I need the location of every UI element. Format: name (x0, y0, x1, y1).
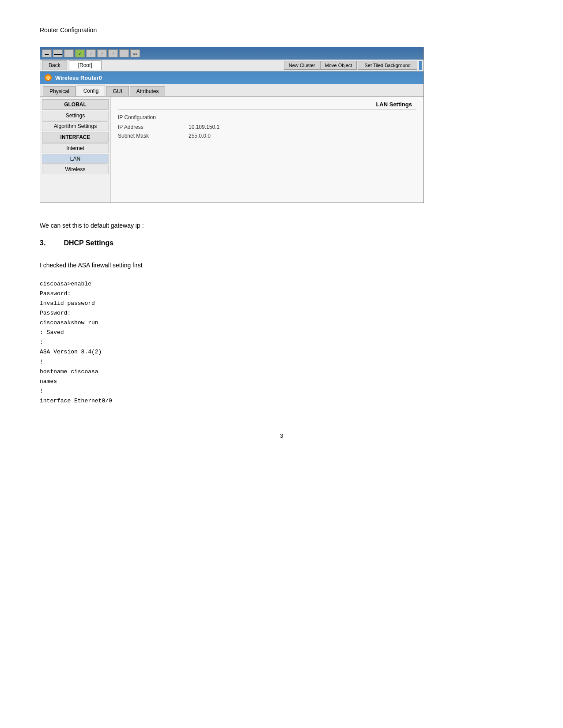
code-line: ASA Version 8.4(2) (40, 347, 523, 357)
subnet-mask-label: Subnet Mask (118, 133, 189, 139)
device-name: Wireless Router0 (55, 75, 102, 81)
toolbar-icons: ▬ ▬▬ ··· ✓ / / / ··· ≡≡ (42, 49, 140, 57)
tb-icon-dots: ··· (119, 49, 129, 57)
sidebar-wireless[interactable]: Wireless (42, 165, 109, 174)
tabs-bar: Physical Config GUI Attributes (40, 84, 423, 97)
back-button[interactable]: Back (42, 60, 67, 70)
tb-icon-2: ▬▬ (53, 49, 63, 57)
ip-config-label: IP Configuration (118, 114, 416, 120)
ip-address-value: 10.109.150.1 (189, 124, 219, 130)
code-line: ciscoasa>enable (40, 279, 523, 289)
toolbar-bar: ▬ ▬▬ ··· ✓ / / / ··· ≡≡ (40, 47, 423, 60)
tab-config[interactable]: Config (77, 86, 106, 96)
set-tiled-bg-button[interactable]: Set Tiled Background (358, 61, 417, 70)
svg-point-1 (48, 79, 49, 80)
tab-attributes[interactable]: Attributes (130, 86, 166, 96)
sidebar-settings[interactable]: Settings (42, 111, 109, 120)
subnet-mask-row: Subnet Mask 255.0.0.0 (118, 133, 416, 139)
code-line: hostname ciscoasa (40, 367, 523, 377)
tb-icon-3: ··· (64, 49, 74, 57)
new-cluster-button[interactable]: New Cluster (284, 61, 320, 70)
code-block: ciscoasa>enablePassword:Invalid password… (40, 279, 523, 406)
subnet-mask-value: 255.0.0.0 (189, 133, 211, 139)
code-line: : Saved (40, 328, 523, 338)
ip-address-label: IP Address (118, 124, 189, 130)
body-text-1: We can set this to default gateway ip : (40, 221, 523, 230)
code-line: interface Ethernet0/0 (40, 396, 523, 406)
sidebar-lan[interactable]: LAN (42, 154, 109, 164)
main-content: GLOBAL Settings Algorithm Settings INTER… (40, 97, 423, 203)
tab-gui[interactable]: GUI (106, 86, 128, 96)
tb-icon-5: / (97, 49, 107, 57)
sidebar: GLOBAL Settings Algorithm Settings INTER… (40, 97, 111, 203)
page-title: Router Configuration (40, 26, 523, 34)
sidebar-internet[interactable]: Internet (42, 143, 109, 153)
page-number: 3 (40, 432, 523, 439)
code-line: names (40, 377, 523, 387)
sidebar-algorithm-settings[interactable]: Algorithm Settings (42, 121, 109, 131)
cluster-buttons: New Cluster Move Object Set Tiled Backgr… (284, 61, 422, 70)
code-line: : (40, 338, 523, 347)
code-line: ! (40, 357, 523, 367)
panel-title: LAN Settings (118, 101, 416, 110)
code-line: Password: (40, 308, 523, 318)
root-label: [Root] (69, 60, 102, 70)
section-3-title: DHCP Settings (64, 239, 113, 247)
nav-bar: Back [Root] New Cluster Move Object Set … (40, 60, 423, 71)
device-title-bar: Wireless Router0 (40, 71, 423, 84)
code-line: Invalid password (40, 299, 523, 308)
code-line: Password: (40, 289, 523, 299)
sidebar-interface[interactable]: INTERFACE (42, 132, 109, 143)
color-indicator (419, 61, 422, 70)
tb-icon-6: / (108, 49, 118, 57)
code-line: ciscoasa#show run (40, 318, 523, 328)
tb-icon-bars: ≡≡ (130, 49, 140, 57)
section-3-number: 3. (40, 239, 62, 247)
device-icon (45, 74, 52, 81)
tb-icon-check: ✓ (75, 49, 85, 57)
content-panel: LAN Settings IP Configuration IP Address… (111, 97, 423, 203)
body-text-2: I checked the ASA firewall setting first (40, 260, 523, 270)
move-object-button[interactable]: Move Object (320, 61, 357, 70)
tab-physical[interactable]: Physical (43, 86, 76, 96)
section-3-heading: 3. DHCP Settings (40, 239, 523, 247)
code-line: ! (40, 387, 523, 396)
tb-icon-4: / (86, 49, 96, 57)
tb-icon-1: ▬ (42, 49, 52, 57)
router-window: ▬ ▬▬ ··· ✓ / / / ··· ≡≡ Back [Root] New … (40, 47, 424, 203)
ip-address-row: IP Address 10.109.150.1 (118, 124, 416, 130)
sidebar-global[interactable]: GLOBAL (42, 99, 109, 110)
